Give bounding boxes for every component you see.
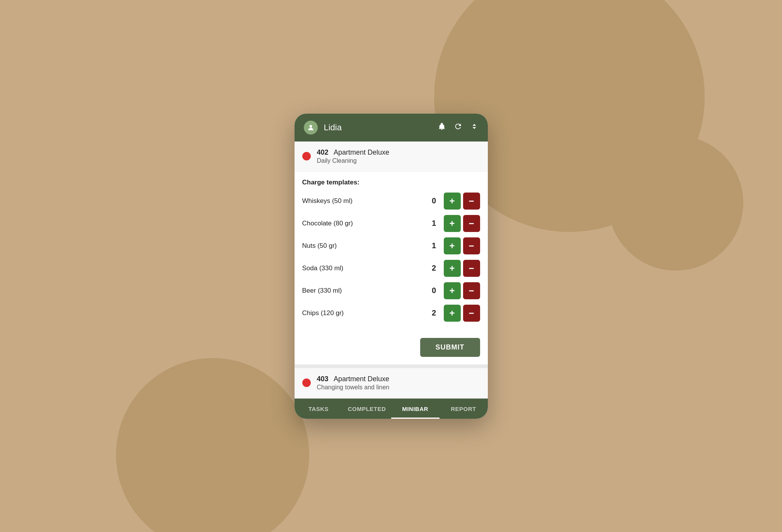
- charge-row-beer: Beer (330 ml) 0 + −: [302, 282, 480, 299]
- task-room-402: Apartment Deluxe: [330, 148, 389, 156]
- task-number-403: 403: [317, 375, 329, 383]
- charge-row-whiskeys: Whiskeys (50 ml) 0 + −: [302, 193, 480, 210]
- minus-button-whiskeys[interactable]: −: [463, 193, 480, 210]
- plus-button-chocolate[interactable]: +: [444, 215, 461, 232]
- minus-button-nuts[interactable]: −: [463, 237, 480, 254]
- username-label: Lidia: [324, 123, 431, 133]
- bell-icon[interactable]: [438, 122, 446, 133]
- bottom-navigation: TASKS COMPLETED MINIBAR REPORT: [295, 399, 488, 419]
- minus-button-beer[interactable]: −: [463, 282, 480, 299]
- task-number-room-403: 403 Apartment Deluxe: [317, 375, 390, 383]
- plus-button-soda[interactable]: +: [444, 260, 461, 277]
- charge-row-chocolate: Chocolate (80 gr) 1 + −: [302, 215, 480, 232]
- charge-row-soda: Soda (330 ml) 2 + −: [302, 260, 480, 277]
- charge-row-nuts: Nuts (50 gr) 1 + −: [302, 237, 480, 254]
- task-card-402: 402 Apartment Deluxe Daily Cleaning Char…: [295, 142, 488, 365]
- nav-tasks[interactable]: TASKS: [295, 399, 343, 419]
- nav-report[interactable]: REPORT: [440, 399, 488, 419]
- plus-button-beer[interactable]: +: [444, 282, 461, 299]
- task-type-403: Changing towels and linen: [317, 384, 390, 391]
- item-qty-nuts: 1: [428, 241, 440, 250]
- task-number-402: 402: [317, 148, 329, 156]
- submit-row-402: SUBMIT: [295, 334, 488, 365]
- header-actions: [438, 122, 479, 133]
- item-name-nuts: Nuts (50 gr): [302, 242, 428, 250]
- charge-templates-label: Charge templates:: [302, 179, 480, 186]
- task-type-402: Daily Cleaning: [317, 157, 390, 164]
- bg-decoration-3: [608, 135, 743, 271]
- svg-point-0: [309, 125, 312, 128]
- nav-completed[interactable]: COMPLETED: [343, 399, 391, 419]
- plus-button-chips[interactable]: +: [444, 305, 461, 322]
- charge-row-chips: Chips (120 gr) 2 + −: [302, 305, 480, 322]
- plus-button-whiskeys[interactable]: +: [444, 193, 461, 210]
- item-name-whiskeys: Whiskeys (50 ml): [302, 197, 428, 205]
- avatar: [304, 121, 318, 135]
- task-card-403: 403 Apartment Deluxe Changing towels and…: [295, 368, 488, 399]
- status-dot-402: [302, 152, 311, 160]
- bg-decoration-2: [116, 358, 309, 532]
- task-room-403: Apartment Deluxe: [330, 375, 389, 383]
- item-name-soda: Soda (330 ml): [302, 264, 428, 272]
- task-title-block-402: 402 Apartment Deluxe Daily Cleaning: [317, 148, 390, 164]
- submit-button-402[interactable]: SUBMIT: [420, 338, 480, 357]
- item-qty-beer: 0: [428, 286, 440, 295]
- nav-minibar[interactable]: MINIBAR: [391, 399, 440, 419]
- item-name-chocolate: Chocolate (80 gr): [302, 220, 428, 227]
- content-area: 402 Apartment Deluxe Daily Cleaning Char…: [295, 142, 488, 399]
- task-header-403: 403 Apartment Deluxe Changing towels and…: [295, 368, 488, 398]
- minus-button-chips[interactable]: −: [463, 305, 480, 322]
- expand-icon[interactable]: [470, 122, 479, 133]
- status-dot-403: [302, 379, 311, 387]
- item-qty-whiskeys: 0: [428, 196, 440, 205]
- card-separator: [295, 365, 488, 368]
- item-name-chips: Chips (120 gr): [302, 309, 428, 317]
- task-header-402: 402 Apartment Deluxe Daily Cleaning: [295, 142, 488, 172]
- charge-section-402: Charge templates: Whiskeys (50 ml) 0 + −…: [295, 172, 488, 334]
- app-header: Lidia: [295, 114, 488, 142]
- phone-container: Lidia: [295, 114, 488, 419]
- task-title-block-403: 403 Apartment Deluxe Changing towels and…: [317, 375, 390, 391]
- task-number-room-402: 402 Apartment Deluxe: [317, 148, 390, 157]
- minus-button-soda[interactable]: −: [463, 260, 480, 277]
- item-qty-chocolate: 1: [428, 219, 440, 228]
- item-name-beer: Beer (330 ml): [302, 287, 428, 295]
- item-qty-chips: 2: [428, 309, 440, 317]
- item-qty-soda: 2: [428, 264, 440, 273]
- refresh-icon[interactable]: [454, 122, 462, 133]
- minus-button-chocolate[interactable]: −: [463, 215, 480, 232]
- plus-button-nuts[interactable]: +: [444, 237, 461, 254]
